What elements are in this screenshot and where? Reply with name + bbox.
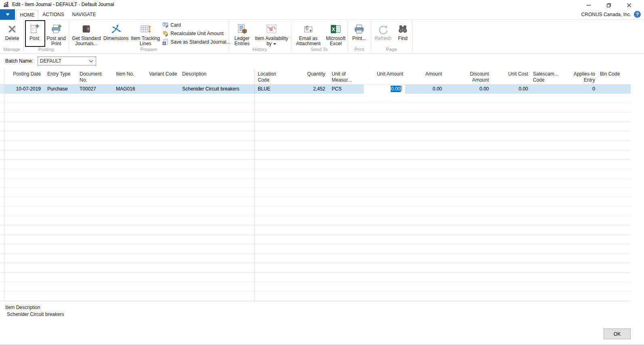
cell-unit_cost[interactable]: 0.00 [491, 84, 530, 94]
email-as-attachment-icon [302, 21, 314, 35]
grid-empty-area[interactable] [0, 94, 631, 301]
col-header-variant_code[interactable]: Variant Code [146, 71, 179, 77]
journal-grid: Posting DateEntry TypeDocument No.Item N… [0, 70, 631, 301]
col-header-amount[interactable]: Amount [405, 71, 444, 77]
grid-header: Posting DateEntry TypeDocument No.Item N… [0, 70, 631, 84]
item-tracking-lines-button[interactable]: Item Tracking Lines [129, 21, 162, 46]
col-header-document_no[interactable]: Document No. [77, 71, 113, 83]
delete-icon [6, 21, 18, 35]
cell-variant_code[interactable] [146, 84, 179, 94]
nav-app-icon [3, 2, 9, 8]
group-label-print: Print [347, 47, 371, 52]
microsoft-excel-button[interactable]: X Microsoft Excel [325, 21, 347, 46]
card-icon [162, 22, 169, 28]
print-icon [353, 21, 365, 35]
col-header-location_code[interactable]: Location Code [255, 71, 287, 83]
app-menu-caret-icon [6, 13, 10, 16]
ok-button[interactable]: OK [604, 328, 631, 339]
col-header-posting_date[interactable]: Posting Date [4, 71, 43, 77]
col-header-salescam_code[interactable]: Salescam... Code [530, 71, 570, 83]
title-bar: Edit - Item Journal - DEFAULT · Default … [0, 0, 644, 9]
cell-amount[interactable]: 0.00 [405, 84, 444, 94]
recalculate-unit-amount-icon [162, 30, 169, 37]
cell-unit_of_measure[interactable]: PCS [329, 84, 364, 94]
post-button[interactable]: Post [26, 21, 43, 46]
text-cursor-icon [401, 86, 402, 91]
col-header-applies_to_entry[interactable]: Applies-to Entry [570, 71, 597, 83]
selected-text: 0.00 [391, 86, 401, 92]
col-header-item_no[interactable]: Item No. [113, 71, 146, 77]
card-button[interactable]: Card [162, 21, 181, 29]
col-header-entry_type[interactable]: Entry Type [44, 71, 77, 77]
refresh-icon [377, 21, 389, 35]
delete-button[interactable]: Delete [2, 21, 22, 46]
close-button[interactable] [620, 0, 638, 10]
application-menu-button[interactable] [0, 9, 15, 20]
cell-document_no[interactable]: T00027 [77, 84, 113, 94]
cell-location_code[interactable]: BLUE [255, 84, 287, 94]
group-label-send-to: Send To [291, 47, 347, 52]
batch-name-combobox[interactable]: DEFAULT [38, 57, 96, 65]
tab-navigate[interactable]: NAVIGATE [69, 10, 99, 20]
batch-name-value: DEFAULT [38, 58, 89, 64]
item-description-value: Schenider Circuit breakers [7, 311, 64, 317]
svg-text:X: X [332, 27, 335, 32]
cell-entry_type[interactable]: Purchase [44, 84, 77, 94]
company-name: CRONUS Canada, Inc. [581, 12, 631, 17]
dimensions-icon [110, 21, 122, 35]
cell-item_no[interactable]: MAG016 [113, 84, 146, 94]
post-and-print-icon [50, 21, 62, 35]
tab-home[interactable]: HOME [16, 10, 38, 20]
recalculate-unit-amount-button[interactable]: Recalculate Unit Amount [162, 30, 223, 37]
ledger-entries-icon [236, 21, 248, 35]
save-as-standard-journal-button[interactable]: Save as Standard Journal... [162, 38, 230, 46]
post-icon [28, 21, 40, 35]
col-header-description[interactable]: Description [179, 71, 255, 77]
col-header-quantity[interactable]: Quantity [287, 71, 327, 77]
cell-discount_amount[interactable]: 0.00 [444, 84, 491, 94]
refresh-button[interactable]: Refresh [373, 21, 394, 46]
item-tracking-lines-icon [139, 21, 152, 35]
item-availability-by-button[interactable]: Item Availability by [254, 21, 289, 46]
dimensions-button[interactable]: Dimensions [103, 21, 129, 46]
print-button[interactable]: Print... [349, 21, 369, 46]
group-label-posting: Posting [23, 47, 69, 52]
window: Edit - Item Journal - DEFAULT · Default … [0, 0, 644, 345]
col-header-unit_of_measure[interactable]: Unit of Measur... [329, 71, 364, 83]
group-label-page: Page [371, 47, 412, 52]
combobox-chevron-icon[interactable] [89, 58, 96, 64]
row-selector-divider [4, 70, 4, 301]
save-as-standard-journal-icon [162, 39, 169, 45]
cell-bin_code[interactable] [597, 84, 631, 94]
tab-actions[interactable]: ACTIONS [40, 10, 67, 20]
col-header-unit_amount[interactable]: Unit Amount [364, 71, 405, 77]
cell-posting_date[interactable]: 10-07-2019 [4, 84, 43, 94]
get-standard-journals-icon [80, 21, 93, 35]
col-header-unit_cost[interactable]: Unit Cost [491, 71, 530, 77]
col-header-bin_code[interactable]: Bin Code [597, 71, 631, 77]
cell-salescam_code[interactable] [530, 84, 570, 94]
post-and-print-button[interactable]: Post and Print [44, 21, 68, 46]
help-icon[interactable]: ? [634, 11, 641, 18]
cell-quantity[interactable]: 2,452 [287, 84, 327, 94]
ribbon-separator [412, 21, 412, 51]
microsoft-excel-icon: X [330, 21, 342, 35]
ribbon-tab-bar: HOME ACTIONS NAVIGATE CRONUS Canada, Inc… [0, 9, 644, 20]
minimize-button[interactable] [579, 0, 598, 10]
batch-name-label: Batch Name: [5, 58, 33, 64]
cell-applies_to_entry[interactable]: 0 [570, 84, 597, 94]
cell-description[interactable]: Schenider Circuit breakers [179, 84, 255, 94]
find-button[interactable]: Find [394, 21, 411, 46]
journal-row: 10-07-2019PurchaseT00027MAG016Schenider … [0, 84, 631, 94]
cell-unit_amount-editing[interactable]: 0.00 [364, 84, 405, 94]
ledger-entries-button[interactable]: Ledger Entries [231, 21, 253, 46]
email-as-attachment-button[interactable]: Email as Attachment [293, 21, 324, 46]
group-label-history: History [229, 47, 291, 52]
row-selector[interactable] [0, 84, 4, 94]
col-header-discount_amount[interactable]: Discount Amount [444, 71, 491, 83]
find-icon [397, 21, 409, 35]
restore-button[interactable] [600, 0, 618, 10]
group-label-prepare: Prepare [69, 47, 229, 52]
ribbon: Delete Post Pos [0, 20, 644, 54]
get-standard-journals-button[interactable]: Get Standard Journals... [70, 21, 103, 46]
